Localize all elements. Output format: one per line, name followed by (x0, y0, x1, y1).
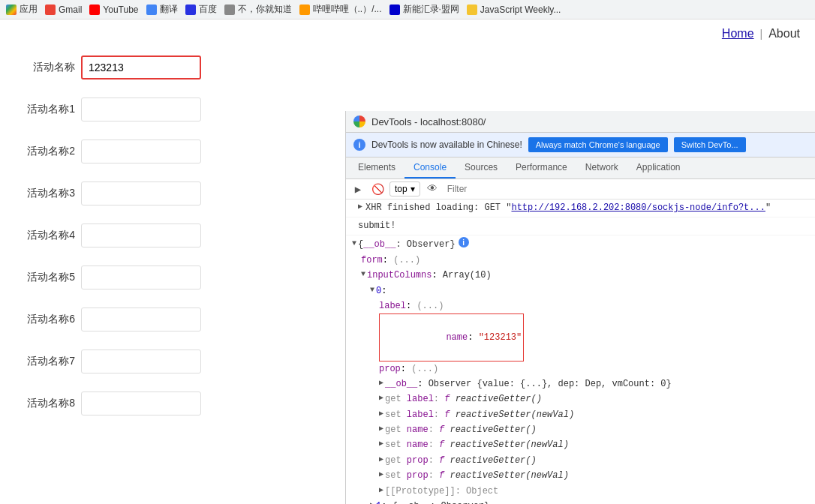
tree-label-val: (...) (417, 298, 444, 314)
switch-devtools-button[interactable]: Switch DevTo... (674, 137, 746, 152)
xhr-log-line: XHR finished loading: GET "http://192.16… (346, 200, 815, 218)
xhr-text: XHR finished loading: GET "http://192.16… (365, 201, 771, 215)
execute-icon[interactable]: ▶ (350, 182, 365, 196)
tree-prototype: [[Prototype]]: Object (352, 484, 809, 499)
filter-input[interactable] (444, 182, 810, 196)
bookmark-youtube-label: YouTube (103, 4, 138, 15)
tree-name-field: name: "123213" (352, 314, 809, 361)
tree-root-arrow[interactable] (352, 237, 356, 250)
bookmark-gmail[interactable]: Gmail (45, 4, 82, 15)
tree-item0-arrow[interactable] (370, 284, 374, 296)
devtools-title-bar: DevTools - localhost:8080/ (346, 111, 815, 133)
trans-icon (146, 4, 157, 15)
form-row-1: 活动名称1 (15, 98, 330, 122)
bookmark-link2[interactable]: 哔哩哔哩（..）/... (299, 3, 382, 16)
baidu-icon (185, 4, 196, 15)
top-label: top (395, 184, 408, 194)
tree-set-prop-arrow[interactable] (379, 468, 383, 481)
tree-inputcolumns-val: Array(10) (443, 268, 492, 283)
eye-icon[interactable]: 👁 (425, 182, 440, 196)
tree-set-prop: set prop: f reactiveSetter(newVal) (352, 468, 809, 483)
tree-get-name-arrow[interactable] (379, 422, 383, 435)
submit-log-line: submit! (346, 218, 815, 236)
tree-name-highlight: name: "123213" (379, 314, 524, 361)
tree-get-label-arrow[interactable] (379, 392, 383, 404)
tree-item1-arrow[interactable] (370, 499, 374, 504)
tab-console[interactable]: Console (404, 158, 456, 178)
tree-get-label: get label: f reactiveGetter() (352, 392, 809, 406)
apps-icon (6, 4, 17, 15)
xhr-link[interactable]: http://192.168.2.202:8080/sockjs-node/in… (511, 202, 765, 213)
bookmark-link1[interactable]: 不，你就知道 (224, 3, 292, 16)
tree-set-name-arrow[interactable] (379, 437, 383, 450)
tab-performance[interactable]: Performance (507, 158, 576, 178)
form-row-4: 活动名称4 (15, 224, 330, 248)
form-input-4[interactable] (81, 224, 201, 248)
tree-ob-arrow[interactable] (379, 376, 383, 389)
devtools-tabs: Elements Console Sources Performance Net… (346, 158, 815, 179)
tree-inputcolumns-key: inputColumns (367, 268, 432, 283)
tree-name-key: name (446, 332, 468, 343)
bookmark-baidu-label: 百度 (199, 3, 217, 16)
main-page: Home | About 活动名称 活动名称1 活动名称2 活动名称3 活动名称… (0, 20, 815, 504)
form-row-0: 活动名称 (15, 56, 330, 80)
form-label-1: 活动名称1 (15, 103, 75, 116)
about-link[interactable]: About (768, 27, 800, 40)
tab-application[interactable]: Application (627, 158, 690, 178)
tree-get-prop-arrow[interactable] (379, 453, 383, 466)
tree-item0-key: 0 (376, 284, 381, 298)
form-input-5[interactable] (81, 266, 201, 290)
bookmark-youtube[interactable]: YouTube (89, 4, 138, 15)
youtube-icon (89, 4, 100, 15)
bookmark-apps-label: 应用 (20, 3, 38, 16)
top-nav: Home | About (0, 20, 815, 48)
info-icon: i (353, 139, 365, 151)
tab-elements[interactable]: Elements (349, 158, 404, 178)
form-input-1[interactable] (81, 98, 201, 122)
tree-label-key: label (379, 298, 406, 314)
tree-get-label-text: get label: f reactiveGetter() (385, 392, 542, 406)
form-label-4: 活动名称4 (15, 229, 75, 242)
bookmark-apps[interactable]: 应用 (6, 3, 38, 16)
tree-ob-field: __ob__: Observer {value: {...}, dep: Dep… (352, 376, 809, 392)
block-icon[interactable]: 🚫 (370, 182, 385, 196)
tab-sources[interactable]: Sources (456, 158, 507, 178)
tree-prototype-text: [[Prototype]]: Object (385, 484, 498, 499)
home-link[interactable]: Home (722, 27, 754, 40)
form-input-3[interactable] (81, 182, 201, 206)
tree-root: {__ob__: Observer} i (352, 237, 809, 252)
tree-ob-key: __ob__ (385, 376, 417, 392)
form-row-3: 活动名称3 (15, 182, 330, 206)
bookmark-baidu[interactable]: 百度 (185, 3, 217, 16)
tree-item1-val: {__ob__: Observer} (392, 499, 490, 504)
bookmark-link3[interactable]: 新能汇录·盟网 (389, 3, 459, 16)
form-row-2: 活动名称2 (15, 140, 330, 164)
form-row-8: 活动名称8 (15, 392, 330, 416)
bookmark-jsw[interactable]: JavaScript Weekly... (467, 4, 561, 15)
bookmark-link1-label: 不，你就知道 (238, 3, 292, 16)
console-content: XHR finished loading: GET "http://192.16… (346, 200, 815, 504)
tree-set-label: set label: f reactiveSetter(newVal) (352, 407, 809, 422)
form-input-8[interactable] (81, 392, 201, 416)
match-language-button[interactable]: Always match Chrome's language (528, 137, 668, 152)
form-input-2[interactable] (81, 140, 201, 164)
top-dropdown[interactable]: top ▾ (389, 182, 420, 196)
tree-item1-key: 1 (376, 499, 381, 504)
devtools-panel: DevTools - localhost:8080/ i DevTools is… (345, 111, 815, 504)
tree-form-colon: : (383, 253, 393, 268)
chrome-icon (353, 116, 365, 128)
form-label-0: 活动名称 (15, 61, 75, 74)
tree-item1-colon: : (381, 499, 392, 504)
tree-get-prop: get prop: f reactiveGetter() (352, 453, 809, 468)
form-input-7[interactable] (81, 350, 201, 374)
tree-set-label-arrow[interactable] (379, 407, 383, 420)
tab-network[interactable]: Network (576, 158, 627, 178)
tree-prototype-arrow[interactable] (379, 484, 383, 496)
arrow-right-xhr[interactable] (358, 201, 362, 213)
form-label-5: 活动名称5 (15, 271, 75, 284)
form-row-6: 活动名称6 (15, 308, 330, 332)
form-input-6[interactable] (81, 308, 201, 332)
bookmark-trans[interactable]: 翻译 (146, 3, 178, 16)
form-input-0[interactable] (81, 56, 201, 80)
tree-inputcolumns-arrow[interactable] (361, 268, 365, 280)
